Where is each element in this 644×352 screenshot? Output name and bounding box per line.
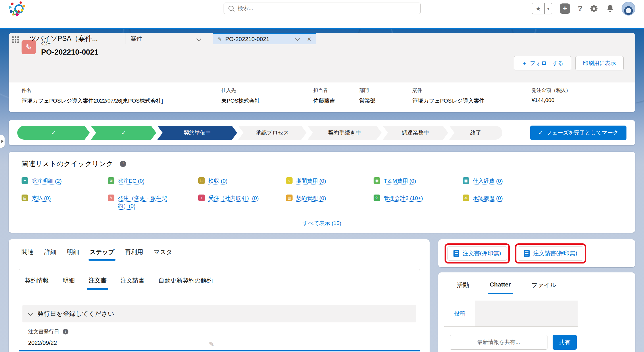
path-step-procurement[interactable]: 調達業務中 xyxy=(383,126,448,140)
quicklink-contract-mgmt: ▥ 契約管理 (0) xyxy=(286,194,374,210)
po-line-items-icon: ✦ xyxy=(22,177,28,184)
subtab-auto-renewal-cancel[interactable]: 自動更新契約の解約 xyxy=(158,276,213,289)
quicklink-inspection: ❐ 検収 (0) xyxy=(198,177,286,185)
path-step-complete-1[interactable]: ✓ xyxy=(17,126,90,140)
quicklinks-title: 関連リストのクイックリンク xyxy=(22,159,113,168)
po-change-icon: ✎ xyxy=(108,195,114,201)
help-icon[interactable]: ? xyxy=(578,4,583,13)
app-navigation-bar: ツバイソPSA（案件... 案件 ✎ PO-202210-0021 ✕ xyxy=(0,16,644,29)
check-icon: ✓ xyxy=(51,130,56,136)
internal-order-icon: ♪ xyxy=(198,195,205,201)
quicklink-po-change: ✎ 発注（変更・派生契約）(0) xyxy=(108,194,198,210)
follow-button[interactable]: ＋ フォローする xyxy=(514,56,571,70)
plus-icon: ＋ xyxy=(522,59,527,67)
tab-activity[interactable]: 活動 xyxy=(457,281,469,294)
global-search xyxy=(224,3,421,14)
user-avatar[interactable] xyxy=(622,2,635,16)
next-row-highlight xyxy=(19,350,420,351)
check-icon: ✓ xyxy=(538,130,543,136)
quicklink-tm-cost: ◉ T＆M費用 (0) xyxy=(374,177,463,185)
inspection-icon: ❐ xyxy=(198,177,205,184)
step-subtabs: 契約情報 明細 注文書 注文請書 自動更新契約の解約 xyxy=(19,269,420,289)
record-title: PO-202210-0021 xyxy=(41,48,98,57)
share-update-input[interactable] xyxy=(450,335,547,350)
pencil-icon: ✎ xyxy=(217,36,222,43)
show-all-link[interactable]: すべて表示 (15) xyxy=(302,220,341,226)
nav-tab-anken[interactable]: 案件 xyxy=(131,33,142,44)
quicklink-po-line-items: ✦ 発注明細 (2) xyxy=(22,177,108,185)
field-owner: 担当者 佐藤藤吉 xyxy=(313,87,359,105)
setup-gear-icon[interactable] xyxy=(590,4,599,13)
field-amount: 発注金額（税抜） ¥144,000 xyxy=(532,87,576,105)
info-icon[interactable]: i xyxy=(120,161,126,167)
notifications-bell-icon[interactable] xyxy=(606,4,614,13)
record-detail-card: 関連 詳細 明細 ステップ 再利用 マスタ 契約情報 明細 注文書 注文請書 自… xyxy=(9,239,430,352)
purchase-order-doc-button[interactable]: 注文書(押印無) xyxy=(447,246,507,261)
app-launcher-icon[interactable] xyxy=(12,36,14,38)
path-step-complete-2[interactable]: ✓ xyxy=(91,126,156,140)
tab-details[interactable]: 詳細 xyxy=(44,248,56,260)
order-confirmation-doc-button[interactable]: 注文請書(押印無) xyxy=(518,246,583,261)
red-annotation-box-2: 注文請書(押印無) xyxy=(515,243,586,263)
app-name: ツバイソPSA（案件... xyxy=(29,33,98,44)
subtab-order-confirmation[interactable]: 注文請書 xyxy=(120,276,145,289)
favorites-button-group: ★ ▼ xyxy=(532,3,552,14)
subtab-contract-info[interactable]: 契約情報 xyxy=(25,276,49,289)
issue-date-section-header[interactable]: 発行日を登録してください xyxy=(22,305,416,322)
quicklink-payment: ▤ 支払 (0) xyxy=(22,194,108,210)
global-header: ★ ▼ + ? xyxy=(0,0,644,16)
red-annotation-box-1: 注文書(押印無) xyxy=(445,243,510,263)
path-step-current[interactable]: 契約準備中 xyxy=(157,126,237,140)
field-supplier: 仕入先 東POS株式会社 xyxy=(221,87,313,105)
post-tab[interactable]: 投稿 xyxy=(444,301,475,326)
print-view-button[interactable]: 印刷用に表示 xyxy=(575,56,624,70)
favorites-dropdown-icon[interactable]: ▼ xyxy=(545,3,552,14)
tab-reuse[interactable]: 再利用 xyxy=(125,248,143,260)
subtab-purchase-order[interactable]: 注文書 xyxy=(89,276,107,289)
document-actions-card: 注文書(押印無) 注文請書(押印無) xyxy=(438,239,635,267)
document-icon xyxy=(524,250,530,257)
chevron-down-icon xyxy=(28,311,33,316)
tab-close-icon[interactable]: ✕ xyxy=(307,36,312,43)
share-button[interactable]: 共有 xyxy=(553,335,577,350)
quicklink-internal-order: ♪ 受注（社内取引）(0) xyxy=(198,194,286,210)
mgmt-accounting-icon: ✈ xyxy=(374,195,380,201)
issue-date-value: 2022/09/22 xyxy=(28,340,68,346)
side-tabs: 活動 Chatter ファイル xyxy=(444,272,629,294)
record-header-card: ✎ 発注 PO-202210-0021 ＋ フォローする 印刷用に表示 件名 笹… xyxy=(9,33,635,112)
search-input[interactable] xyxy=(237,5,416,12)
path-step-approval[interactable]: 承認プロセス xyxy=(238,126,306,140)
path-card: ✓ ✓ 契約準備中 承認プロセス 契約手続き中 調達業務中 終了 ✓ フェーズを… xyxy=(9,120,635,145)
tab-lines[interactable]: 明細 xyxy=(67,248,79,260)
quicklinks-card: 関連リストのクイックリンク i ✦ 発注明細 (2) ✉ 発注EC (0) ❐ … xyxy=(9,152,635,233)
tab-dropdown-icon[interactable] xyxy=(295,36,300,41)
check-icon: ✓ xyxy=(121,130,126,136)
period-cost-icon: ○ xyxy=(286,177,293,184)
mark-phase-complete-button[interactable]: ✓ フェーズを完了としてマーク xyxy=(530,126,626,140)
phase-path: ✓ ✓ 契約準備中 承認プロセス 契約手続き中 調達業務中 終了 xyxy=(17,126,502,140)
tm-cost-icon: ◉ xyxy=(374,177,380,184)
tab-steps[interactable]: ステップ xyxy=(90,248,114,260)
tab-chatter[interactable]: Chatter xyxy=(490,281,511,294)
edit-pencil-icon[interactable]: ✎ xyxy=(209,340,214,348)
purchase-expense-icon: ▣ xyxy=(463,177,469,184)
tab-related[interactable]: 関連 xyxy=(22,248,34,260)
path-step-end[interactable]: 終了 xyxy=(449,126,502,140)
path-step-contract[interactable]: 契約手続き中 xyxy=(308,126,382,140)
tab-master[interactable]: マスタ xyxy=(154,248,172,260)
tab-files[interactable]: ファイル xyxy=(532,281,556,294)
chatter-card: 活動 Chatter ファイル 投稿 共有 xyxy=(438,272,635,352)
field-department: 部門 営業部 xyxy=(359,87,412,105)
contract-mgmt-icon: ▥ xyxy=(286,195,293,201)
quicklink-po-ec: ✉ 発注EC (0) xyxy=(108,177,198,185)
subtab-lines[interactable]: 明細 xyxy=(63,276,75,289)
favorites-star-icon[interactable]: ★ xyxy=(532,3,545,14)
split-view-toggle[interactable] xyxy=(0,135,5,148)
workspace-tab-record[interactable]: ✎ PO-202210-0021 ✕ xyxy=(213,33,316,44)
quicklink-approval-history: ✍ 承認履歴 (0) xyxy=(463,194,635,210)
info-icon[interactable]: i xyxy=(63,329,68,334)
global-actions-icon[interactable]: + xyxy=(560,3,570,14)
field-subject: 件名 笹塚カフェPOSレジ導入案件2022/07/26[東POS株式会社] xyxy=(22,87,221,105)
payment-icon: ▤ xyxy=(22,195,28,201)
approval-history-icon: ✍ xyxy=(463,195,469,201)
